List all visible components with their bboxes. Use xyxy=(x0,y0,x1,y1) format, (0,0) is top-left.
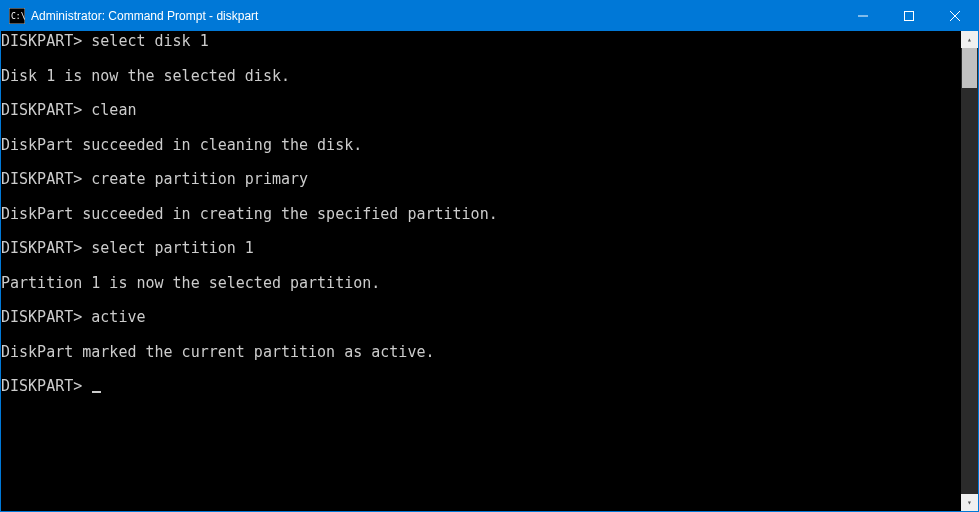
prompt-label: DISKPART> xyxy=(1,377,91,395)
titlebar[interactable]: C:\ Administrator: Command Prompt - disk… xyxy=(1,1,978,31)
terminal-blank-line xyxy=(1,326,959,343)
terminal-line: DiskPart succeeded in creating the speci… xyxy=(1,206,959,223)
minimize-button[interactable] xyxy=(840,1,886,31)
terminal-blank-line xyxy=(1,223,959,240)
terminal-line: DISKPART> select partition 1 xyxy=(1,240,959,257)
terminal-line: DISKPART> active xyxy=(1,309,959,326)
terminal-blank-line xyxy=(1,119,959,136)
vertical-scrollbar[interactable]: ▴ ▾ xyxy=(961,31,978,511)
scroll-up-button[interactable]: ▴ xyxy=(961,31,978,48)
terminal-blank-line xyxy=(1,50,959,67)
svg-text:C:\: C:\ xyxy=(11,12,25,21)
terminal-blank-line xyxy=(1,361,959,378)
scroll-thumb[interactable] xyxy=(962,48,977,88)
terminal-line: DISKPART> create partition primary xyxy=(1,171,959,188)
terminal-line: DISKPART> clean xyxy=(1,102,959,119)
text-cursor xyxy=(92,391,101,393)
terminal-prompt-line[interactable]: DISKPART> xyxy=(1,378,959,395)
terminal-blank-line xyxy=(1,154,959,171)
terminal-area: DISKPART> select disk 1 Disk 1 is now th… xyxy=(1,31,978,511)
window-controls xyxy=(840,1,978,31)
window-title: Administrator: Command Prompt - diskpart xyxy=(31,9,840,23)
terminal-blank-line xyxy=(1,188,959,205)
maximize-button[interactable] xyxy=(886,1,932,31)
terminal-line: DISKPART> select disk 1 xyxy=(1,33,959,50)
terminal-blank-line xyxy=(1,85,959,102)
terminal-line: DiskPart succeeded in cleaning the disk. xyxy=(1,137,959,154)
svg-rect-3 xyxy=(905,12,914,21)
terminal-blank-line xyxy=(1,257,959,274)
scroll-down-button[interactable]: ▾ xyxy=(961,494,978,511)
terminal-line: Partition 1 is now the selected partitio… xyxy=(1,275,959,292)
command-prompt-window: C:\ Administrator: Command Prompt - disk… xyxy=(0,0,979,512)
terminal-output[interactable]: DISKPART> select disk 1 Disk 1 is now th… xyxy=(1,31,961,511)
terminal-line: DiskPart marked the current partition as… xyxy=(1,344,959,361)
cmd-icon: C:\ xyxy=(9,8,25,24)
terminal-line: Disk 1 is now the selected disk. xyxy=(1,68,959,85)
close-button[interactable] xyxy=(932,1,978,31)
terminal-blank-line xyxy=(1,292,959,309)
